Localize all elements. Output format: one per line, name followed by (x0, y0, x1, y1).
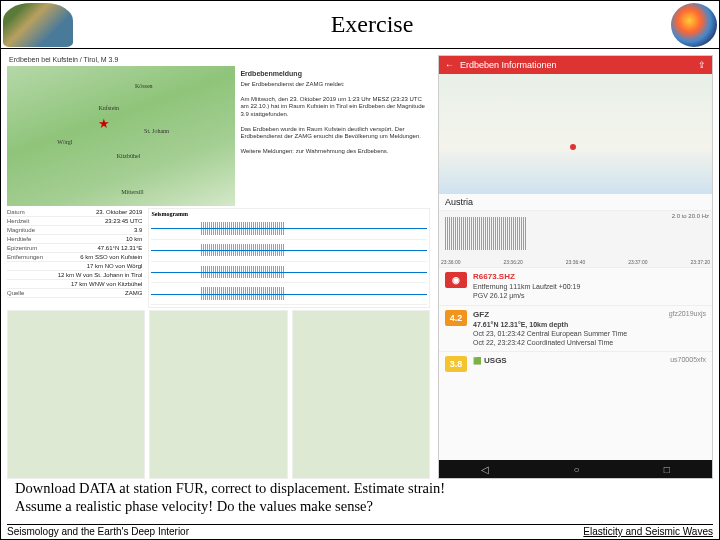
meta-val: 6 km SSO von Kufstein (80, 254, 142, 260)
event-time-local: Oct 23, 01:23:42 Central European Summer… (473, 329, 663, 338)
meta-key: Entfernungen (7, 254, 43, 260)
instruction-line2: Assume a realistic phase velocity! Do th… (15, 498, 373, 514)
city-label: Mittersill (121, 189, 143, 195)
epicenter-star-icon: ★ (98, 116, 110, 132)
meta-val: 10 km (126, 236, 142, 242)
nav-recent-icon[interactable]: □ (664, 464, 670, 475)
logo-right (671, 3, 717, 47)
zamg-report-column: Erdbeben bei Kufstein / Tirol, M 3.9 ★ K… (7, 55, 430, 479)
meta-val: 17 km WNW von Kitzbühel (71, 281, 142, 287)
earthquake-report-text: Erdbebenmeldung Der Erdbebendienst der Z… (235, 66, 430, 206)
time-axis: 23:36:00 23:36:20 23:36:40 23:37:00 23:3… (439, 259, 712, 265)
map-caption: Erdbeben bei Kufstein / Tirol, M 3.9 (7, 55, 430, 64)
meta-val: 23:23:45 UTC (105, 218, 142, 224)
city-label: Kössen (135, 83, 153, 89)
seismo-trace (151, 218, 427, 240)
meta-val: ZAMG (125, 290, 142, 296)
agency-title: GFZ (473, 310, 663, 320)
title-bar: Exercise (1, 1, 719, 49)
meta-key: Quelle (7, 290, 24, 296)
thumbnail-map (292, 310, 430, 479)
instruction-line1: Download DATA at station FUR, correct to… (15, 480, 445, 496)
seismogram-panel: Seismogramm (148, 208, 430, 308)
thumbnail-map (149, 310, 287, 479)
tick: 23:36:00 (441, 259, 460, 265)
report-line: Weitere Meldungen: zur Wahrnehmung des E… (240, 148, 425, 156)
waveform-plot: 2.0 to 20.0 Hz 23:36:00 23:36:20 23:36:4… (439, 211, 712, 267)
slide-title: Exercise (75, 11, 669, 38)
magnitude-badge: 4.2 (445, 310, 467, 326)
meta-val: 23. Oktober 2019 (96, 209, 142, 215)
city-label: Wörgl (57, 139, 72, 145)
event-id: gfz2019uxjs (669, 310, 706, 317)
tick: 23:37:20 (691, 259, 710, 265)
slide-footer: Seismology and the Earth's Deep Interior… (7, 524, 713, 537)
city-label: Kitzbühel (117, 153, 141, 159)
tick: 23:37:00 (628, 259, 647, 265)
thumbnail-map (7, 310, 145, 479)
report-line: Der Erdbebendienst der ZAMG meldet: (240, 81, 425, 89)
meta-key: Epizentrum (7, 245, 37, 251)
city-label: Kufstein (98, 105, 119, 111)
event-coords: 47.61°N 12.31°E, 10km depth (473, 320, 663, 329)
meta-val: 3.9 (134, 227, 142, 233)
report-line: Am Mittwoch, den 23. Oktober 2019 um 1:2… (240, 96, 425, 119)
exercise-instruction: Download DATA at station FUR, correct to… (15, 479, 705, 515)
agency-panel-gfz[interactable]: 4.2 GFZ 47.61°N 12.31°E, 10km depth Oct … (439, 305, 712, 352)
tick: 23:36:40 (566, 259, 585, 265)
metadata-table: Datum23. Oktober 2019 Herdzeit23:23:45 U… (7, 208, 142, 308)
event-time-utc: Oct 22, 23:23:42 Coordinated Universal T… (473, 338, 663, 347)
magnitude-badge: 3.8 (445, 356, 467, 372)
logo-left (3, 3, 73, 47)
footer-left: Seismology and the Earth's Deep Interior (7, 526, 189, 537)
back-arrow-icon[interactable]: ← (445, 60, 454, 70)
agency-title: USGS (484, 356, 507, 365)
meta-key: Datum (7, 209, 25, 215)
sensor-panel[interactable]: ◉ R6673.SHZ Entfernung 111km Laufzeit +0… (439, 267, 712, 305)
android-navbar: ◁ ○ □ (439, 460, 712, 478)
event-id: us70005xfx (670, 356, 706, 363)
epicenter-map: ★ Kössen Kufstein Wörgl St. Johann Kitzb… (7, 66, 235, 206)
seismo-trace (151, 283, 427, 305)
nav-home-icon[interactable]: ○ (573, 464, 579, 475)
flag-icon: 🟩 (473, 357, 482, 364)
phone-title: Erdbeben Informationen (460, 60, 557, 70)
europe-map[interactable] (439, 74, 712, 194)
seismogram-heading: Seismogramm (151, 211, 427, 217)
seismo-trace (151, 262, 427, 284)
seismo-trace (151, 240, 427, 262)
footer-right: Elasticity and Seismic Waves (583, 526, 713, 537)
city-label: St. Johann (144, 128, 169, 134)
share-icon[interactable]: ⇪ (698, 60, 706, 70)
epicenter-marker-icon (570, 144, 576, 150)
nav-back-icon[interactable]: ◁ (481, 464, 489, 475)
report-line: Das Erdbeben wurde im Raum Kufstein deut… (240, 126, 425, 141)
meta-val: 47.61°N 12.31°E (98, 245, 143, 251)
sensor-distance: Entfernung 111km Laufzeit +00:19 (473, 282, 706, 291)
meta-key: Magnitude (7, 227, 35, 233)
meta-key: Herdzeit (7, 218, 29, 224)
sensor-pgv: PGV 26.12 μm/s (473, 291, 706, 300)
phone-app-bar: ← Erdbeben Informationen ⇪ (439, 56, 712, 74)
tick: 23:36:20 (503, 259, 522, 265)
phone-screenshot: ← Erdbeben Informationen ⇪ Austria 2.0 t… (438, 55, 713, 479)
sensor-icon: ◉ (445, 272, 467, 288)
report-heading: Erdbebenmeldung (240, 70, 425, 79)
meta-val: 17 km NO von Wörgl (87, 263, 143, 269)
filter-range: 2.0 to 20.0 Hz (672, 213, 709, 219)
country-label: Austria (439, 194, 712, 211)
sensor-title: R6673.SHZ (473, 272, 706, 282)
agency-panel-usgs[interactable]: 3.8 🟩 USGS us70005xfx (439, 351, 712, 376)
meta-key: Herdtiefe (7, 236, 31, 242)
meta-val: 12 km W von St. Johann in Tirol (58, 272, 143, 278)
